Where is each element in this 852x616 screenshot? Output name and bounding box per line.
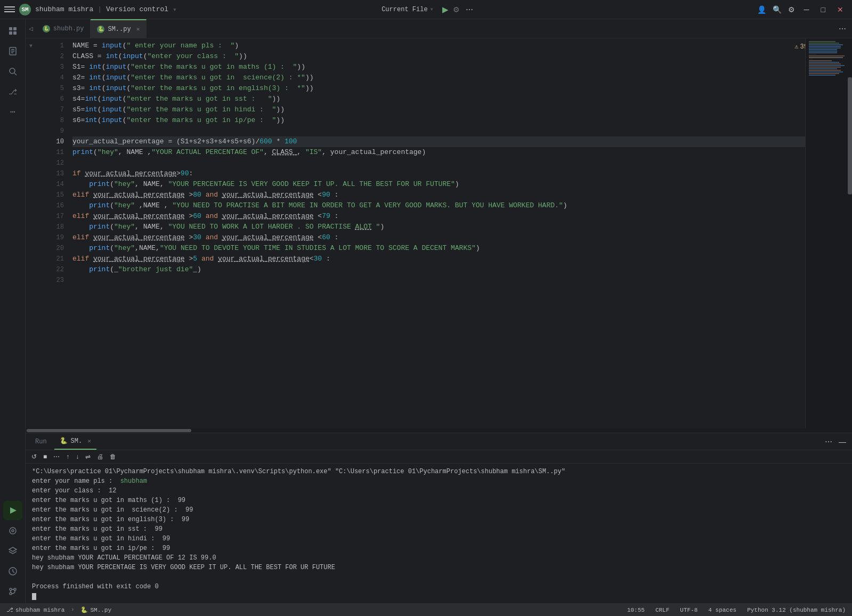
activity-icon-project[interactable] <box>3 21 22 40</box>
code-line-16: print("hey" ,NAME , "YOU NEED TO PRACTIS… <box>72 200 805 211</box>
tab-shubh-py[interactable]: 🐍 shubh.py <box>36 19 91 38</box>
activity-icon-plugins[interactable] <box>3 521 22 540</box>
tab-label-sm: SM..py <box>108 26 131 33</box>
code-line-10: your_actual_percentage = (S1+s2+s3+s4+s5… <box>72 136 805 147</box>
line-num-9: 9 <box>36 126 68 136</box>
line-num-4: 4 <box>36 72 68 83</box>
line-num-21: 21 <box>36 254 68 264</box>
debug-button[interactable]: ⚙ <box>453 5 460 14</box>
terminal-scroll-down-icon[interactable]: ↓ <box>74 451 80 462</box>
settings-button[interactable]: ⚙ <box>786 4 797 15</box>
code-line-4: s2= int(input("enter the marks u got in … <box>72 72 805 83</box>
line-num-15: 15 <box>36 190 68 200</box>
terminal-line-7: enter the marks u got in sst : 99 <box>32 524 846 534</box>
terminal-trash-icon[interactable]: 🗑 <box>108 451 118 462</box>
activity-icon-search[interactable] <box>3 62 22 81</box>
maximize-button[interactable]: □ <box>817 3 830 16</box>
terminal-scroll-up-icon[interactable]: ↑ <box>64 451 71 462</box>
code-line-22: print(_"brother just die"_) <box>72 264 805 275</box>
terminal-line-8: enter the marks u got in hindi : 99 <box>32 534 846 544</box>
current-file-button[interactable]: Current File ▾ <box>377 3 438 15</box>
chevron-down-icon: ▾ <box>430 5 434 13</box>
line-num-8: 8 <box>36 115 68 126</box>
terminal-line-4: enter the marks u got in maths (1) : 99 <box>32 496 846 505</box>
collapse-sidebar-icon[interactable]: ◁ <box>26 25 36 33</box>
tab-close-icon[interactable]: ✕ <box>136 26 140 33</box>
terminal-line-6: enter the marks u got in english(3) : 99 <box>32 515 846 524</box>
status-file-icon[interactable]: 🐍 SM..py <box>78 605 113 614</box>
line-num-12: 12 <box>36 158 68 168</box>
terminal-rerun-icon[interactable]: ↺ <box>30 451 38 462</box>
status-line-ending[interactable]: CRLF <box>653 606 671 614</box>
status-encoding[interactable]: UTF-8 <box>678 606 700 614</box>
editor-scrollbar[interactable] <box>848 38 852 428</box>
bottom-tab-sm[interactable]: 🐍 SM. ✕ <box>54 433 96 450</box>
editor-hscrollbar[interactable] <box>26 428 852 433</box>
terminal-content[interactable]: *C:\Users\practice 01\PycharmProjects\sh… <box>26 464 852 603</box>
line-num-17: 17 <box>36 211 68 222</box>
line-num-23: 23 <box>36 275 68 286</box>
line-num-20: 20 <box>36 243 68 254</box>
activity-icon-layers[interactable] <box>3 541 22 561</box>
activity-icon-clock[interactable] <box>3 562 22 581</box>
activity-icon-git2[interactable] <box>3 582 22 601</box>
line-num-10: 10 <box>36 136 68 147</box>
tab-more-icon[interactable]: ⋯ <box>837 23 848 35</box>
title-bar-center: Current File ▾ ▶ ⚙ ⋯ <box>377 3 475 15</box>
line-num-6: 6 <box>36 94 68 104</box>
title-bar-left: SM shubham mishra | Version control ▾ <box>4 4 377 15</box>
version-control-label[interactable]: Version control <box>106 5 168 13</box>
terminal-line-10: hey shubham YOUR ACTUAL PERCENTAGE OF 12… <box>32 553 846 563</box>
code-editor[interactable]: ▼ 1 2 3 4 5 6 7 8 9 10 11 12 13 <box>26 38 805 428</box>
terminal-wrap-icon[interactable]: ⇌ <box>84 451 92 462</box>
svg-line-9 <box>14 73 17 75</box>
git-branch-icon: ⎇ <box>6 606 13 613</box>
status-git-item[interactable]: ⎇ shubham mishra <box>4 605 67 614</box>
line-num-5: 5 <box>36 83 68 94</box>
activity-icon-more[interactable]: ⋯ <box>3 102 22 121</box>
editor-wrapper: ⚠ 39 | ✕ 2 ▲ ▼ ▼ 1 <box>26 38 852 428</box>
hamburger-menu-icon[interactable] <box>4 4 15 15</box>
activity-icon-git[interactable]: ⎇ <box>3 82 22 101</box>
terminal-line-3: enter your class : 12 <box>32 486 846 496</box>
activity-icon-run[interactable] <box>3 501 22 520</box>
terminal-line-13: Process finished with exit code 0 <box>32 582 846 591</box>
line-num-19: 19 <box>36 232 68 243</box>
activity-icon-files[interactable] <box>3 42 22 61</box>
bottom-tab-run[interactable]: Run <box>30 433 52 450</box>
close-button[interactable]: ✕ <box>833 3 848 16</box>
status-python-version[interactable]: Python 3.12 (shubham mishra) <box>745 606 848 614</box>
bottom-tab-bar: Run 🐍 SM. ✕ ⋯ — <box>26 433 852 450</box>
bottom-more-icon[interactable]: ⋯ <box>823 436 834 448</box>
bottom-tab-right: ⋯ — <box>823 436 848 448</box>
status-position[interactable]: 10:55 <box>625 606 647 614</box>
profile-badge[interactable]: SM <box>19 4 31 15</box>
code-line-15: elif your_actual_percentage >80 and your… <box>72 190 805 200</box>
terminal-stop-icon[interactable]: ■ <box>42 451 48 462</box>
line-num-7: 7 <box>36 104 68 115</box>
tab-sm-py[interactable]: 🐍 SM..py ✕ <box>91 19 147 38</box>
code-content[interactable]: NAME = input(" enter your name pls : ") … <box>68 38 805 428</box>
terminal-options-icon[interactable]: ⋯ <box>52 451 61 462</box>
svg-rect-1 <box>13 27 17 30</box>
more-options-button[interactable]: ⋯ <box>464 4 475 15</box>
status-indent[interactable]: 4 spaces <box>706 606 739 614</box>
line-num-18: 18 <box>36 222 68 232</box>
code-line-20: print("hey",NAME,"YOU NEED TO DEVOTE YOU… <box>72 243 805 254</box>
svg-marker-13 <box>9 547 17 552</box>
sm-tab-close-icon[interactable]: ✕ <box>87 437 91 444</box>
run-button[interactable]: ▶ <box>442 5 449 14</box>
minimap <box>805 38 848 428</box>
terminal-print-icon[interactable]: 🖨 <box>95 451 105 462</box>
tab-icon-sm: 🐍 <box>97 26 104 33</box>
tab-bar-right: ⋯ <box>837 23 852 35</box>
svg-point-16 <box>10 593 12 595</box>
line-num-1: 1 <box>36 40 68 51</box>
account-icon-button[interactable]: 👤 <box>756 4 768 15</box>
line-num-13: 13 <box>36 168 68 179</box>
bottom-collapse-icon[interactable]: — <box>837 436 848 448</box>
code-line-6: s4=int(input("enter the marks u got in s… <box>72 94 805 104</box>
line-numbers: 1 2 3 4 5 6 7 8 9 10 11 12 13 14 15 16 1 <box>36 38 68 428</box>
search-button[interactable]: 🔍 <box>771 4 783 15</box>
minimize-button[interactable]: ─ <box>800 3 814 16</box>
